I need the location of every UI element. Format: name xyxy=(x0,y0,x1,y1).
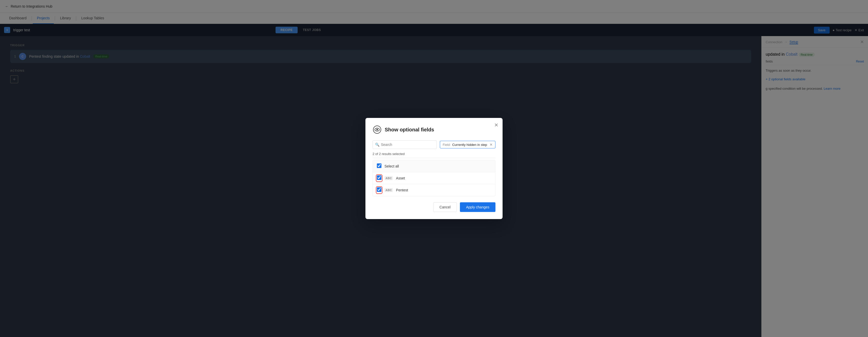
list-item-pentest: ABC Pentest xyxy=(373,184,495,196)
results-count: 2 of 2 results selected xyxy=(373,152,495,158)
pentest-checkbox-wrap xyxy=(377,187,381,193)
search-container: 🔍 Field: Currently hidden in step ✕ xyxy=(373,140,495,149)
select-all-label: Select all xyxy=(384,164,399,168)
svg-point-2 xyxy=(376,129,378,130)
cancel-button[interactable]: Cancel xyxy=(433,202,457,212)
asset-label: Asset xyxy=(396,176,405,180)
field-filter: Field: Currently hidden in step ✕ xyxy=(440,141,495,148)
modal-footer: Cancel Apply changes xyxy=(373,202,495,212)
checkbox-list: Select all ABC Asset ABC Pentest xyxy=(373,160,495,196)
select-all-checkbox[interactable] xyxy=(377,163,381,168)
search-input-wrap: 🔍 xyxy=(373,140,437,149)
search-input[interactable] xyxy=(373,140,437,149)
filter-value: Currently hidden in step xyxy=(452,143,487,147)
filter-remove-icon[interactable]: ✕ xyxy=(490,143,493,147)
filter-label: Field: xyxy=(443,143,451,147)
pentest-label: Pentest xyxy=(396,188,408,192)
modal: Show optional fields ✕ 🔍 Field: Currentl… xyxy=(366,118,502,219)
apply-changes-button[interactable]: Apply changes xyxy=(460,202,495,212)
asset-checkbox-wrap xyxy=(377,175,381,181)
modal-close-button[interactable]: ✕ xyxy=(494,122,498,128)
pentest-checkbox[interactable] xyxy=(377,187,381,192)
list-item-asset: ABC Asset xyxy=(373,172,495,184)
select-all-item: Select all xyxy=(373,160,495,172)
eye-icon xyxy=(373,125,382,134)
asset-checkbox[interactable] xyxy=(377,175,381,180)
modal-overlay: Show optional fields ✕ 🔍 Field: Currentl… xyxy=(0,0,868,337)
select-all-checkbox-wrap xyxy=(377,163,381,169)
modal-title: Show optional fields xyxy=(385,127,434,133)
search-icon: 🔍 xyxy=(375,143,379,147)
pentest-type-icon: ABC xyxy=(384,188,393,192)
asset-type-icon: ABC xyxy=(384,176,393,180)
modal-header: Show optional fields xyxy=(373,125,495,134)
